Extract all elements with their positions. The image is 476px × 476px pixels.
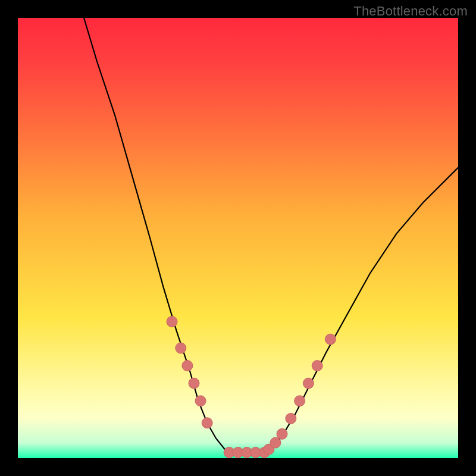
marker-group-right — [264, 334, 336, 455]
curve-marker — [312, 361, 322, 371]
curve-marker — [176, 343, 186, 353]
curve-marker — [195, 396, 206, 406]
curve-marker — [277, 428, 287, 439]
curve-marker — [182, 361, 193, 371]
curve-marker — [270, 437, 281, 448]
chart-frame: TheBottleneck.com — [0, 0, 476, 476]
curve-marker — [167, 317, 177, 327]
plot-svg — [18, 18, 458, 458]
curve-marker — [303, 378, 314, 389]
curve-marker — [189, 378, 199, 389]
bottleneck-curve — [84, 18, 458, 452]
plot-area — [18, 18, 458, 458]
watermark-label: TheBottleneck.com — [353, 4, 468, 19]
curve-marker — [295, 396, 305, 406]
curve-marker — [202, 418, 212, 428]
curve-marker — [325, 334, 336, 345]
marker-group-bottom — [224, 447, 270, 458]
curve-marker — [286, 413, 296, 424]
